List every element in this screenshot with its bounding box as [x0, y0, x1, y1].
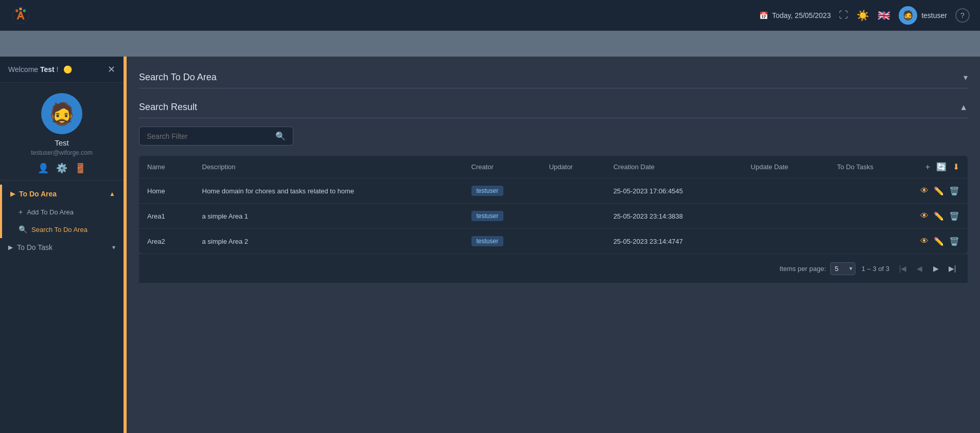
main-layout: Welcome Test ! 🟡 ✕ 🧔 Test testuser@wifor…: [0, 57, 980, 433]
items-per-page: Items per page: 5 10 25 50: [779, 262, 855, 275]
profile-logout-icon[interactable]: 🚪: [75, 163, 86, 174]
table-row: Area1 a simple Area 1 testuser 25-05-202…: [139, 204, 968, 229]
yellow-accent-strip: [124, 57, 127, 433]
cell-updator: [541, 229, 605, 254]
delete-button[interactable]: 🗑️: [949, 237, 959, 246]
profile-email: testuser@wiforge.com: [31, 149, 93, 156]
view-button[interactable]: 👁: [920, 211, 929, 221]
cell-update-date: [743, 229, 829, 254]
pagination-bar: Items per page: 5 10 25 50 1 – 3 of 3: [139, 254, 968, 283]
edit-button[interactable]: ✏️: [934, 211, 944, 221]
nav-todo-area-parent[interactable]: ▶ To Do Area ▲: [2, 185, 124, 203]
user-avatar-top: 🧔: [899, 6, 917, 25]
cell-creation-date: 25-05-2023 17:06:4545: [605, 178, 743, 204]
svg-point-3: [23, 9, 26, 12]
svg-point-4: [19, 7, 22, 10]
table-row: Home Home domain for chores and tasks re…: [139, 178, 968, 204]
cell-creator: testuser: [463, 178, 541, 204]
delete-button[interactable]: 🗑️: [949, 211, 959, 221]
per-page-wrapper: 5 10 25 50: [830, 262, 855, 275]
result-section-collapse-btn[interactable]: ▲: [959, 103, 968, 112]
profile-settings-icon[interactable]: ⚙️: [56, 163, 67, 174]
secondary-bar: [0, 31, 980, 57]
todo-area-table: Name Description Creator Updator Creatio…: [139, 156, 968, 254]
cell-name: Area2: [139, 229, 194, 254]
page-next-button[interactable]: ▶: [929, 261, 943, 276]
cell-updator: [541, 178, 605, 204]
avatar: 🧔: [41, 93, 82, 134]
cell-name: Home: [139, 178, 194, 204]
cell-actions: 👁 ✏️ 🗑️: [829, 178, 968, 204]
theme-icon[interactable]: ☀️: [856, 9, 869, 22]
search-filter-icon[interactable]: 🔍: [275, 131, 286, 141]
cell-description: Home domain for chores and tasks related…: [194, 178, 463, 204]
col-todo-tasks: To Do Tasks + 🔄 ⬇: [829, 156, 968, 178]
sidebar-close-button[interactable]: ✕: [108, 64, 115, 75]
view-button[interactable]: 👁: [920, 186, 929, 195]
per-page-select[interactable]: 5 10 25 50: [830, 262, 855, 275]
result-section-header: Search Result ▲: [139, 97, 968, 118]
col-name: Name: [139, 156, 194, 178]
table-row: Area2 a simple Area 2 testuser 25-05-202…: [139, 229, 968, 254]
search-section-header: Search To Do Area ▾: [139, 67, 968, 88]
flag-icon[interactable]: 🇬🇧: [878, 9, 890, 22]
cell-creation-date: 25-05-2023 23:14:4747: [605, 229, 743, 254]
table-header: Name Description Creator Updator Creatio…: [139, 156, 968, 178]
creator-badge: testuser: [471, 236, 504, 246]
sidebar-item-add-todo[interactable]: + Add To Do Area: [2, 203, 124, 221]
search-todo-label: Search To Do Area: [31, 226, 87, 233]
chevron-up-icon: ▲: [109, 190, 115, 197]
cell-creator: testuser: [463, 204, 541, 229]
table-body: Home Home domain for chores and tasks re…: [139, 178, 968, 254]
col-creator: Creator: [463, 156, 541, 178]
cell-actions: 👁 ✏️ 🗑️: [829, 204, 968, 229]
profile-account-icon[interactable]: 👤: [38, 163, 49, 174]
fullscreen-icon[interactable]: ⛶: [839, 10, 848, 21]
cell-updator: [541, 204, 605, 229]
top-bar-right: 📅 Today, 25/05/2023 ⛶ ☀️ 🇬🇧 🧔 testuser ?: [759, 6, 970, 25]
help-button[interactable]: ?: [955, 8, 970, 23]
date-text: Today, 25/05/2023: [772, 11, 831, 20]
creator-badge: testuser: [471, 186, 504, 196]
cell-update-date: [743, 204, 829, 229]
sidebar: Welcome Test ! 🟡 ✕ 🧔 Test testuser@wifor…: [0, 57, 124, 433]
header-row: Name Description Creator Updator Creatio…: [139, 156, 968, 178]
nav-todo-task-label: To Do Task: [17, 243, 52, 251]
nav-todo-task-parent[interactable]: ▶ To Do Task ▾: [0, 238, 124, 257]
sidebar-item-search-todo[interactable]: 🔍 Search To Do Area: [2, 221, 124, 238]
date-display: 📅 Today, 25/05/2023: [759, 11, 831, 20]
chevron-right-icon: ▶: [10, 190, 15, 197]
edit-button[interactable]: ✏️: [934, 237, 944, 246]
sidebar-welcome: Welcome Test ! 🟡: [8, 65, 72, 74]
delete-button[interactable]: 🗑️: [949, 186, 959, 196]
cell-description: a simple Area 1: [194, 204, 463, 229]
chevron-right-icon-task: ▶: [8, 244, 13, 251]
sidebar-header: Welcome Test ! 🟡 ✕: [0, 57, 124, 83]
table-header-actions: + 🔄 ⬇: [925, 162, 959, 172]
plus-icon: +: [19, 208, 23, 216]
cell-creator: testuser: [463, 229, 541, 254]
table-refresh-icon[interactable]: 🔄: [936, 162, 947, 172]
table-add-icon[interactable]: +: [925, 163, 930, 172]
calendar-icon: 📅: [759, 11, 768, 20]
col-updator: Updator: [541, 156, 605, 178]
search-section-collapse-btn[interactable]: ▾: [964, 73, 968, 82]
emoji-icon: 🟡: [63, 65, 72, 74]
items-per-page-label: Items per page:: [779, 265, 826, 273]
edit-button[interactable]: ✏️: [934, 186, 944, 196]
creator-badge: testuser: [471, 211, 504, 221]
table-download-icon[interactable]: ⬇: [953, 162, 959, 172]
page-last-button[interactable]: ▶|: [945, 261, 959, 276]
cell-creation-date: 25-05-2023 23:14:3838: [605, 204, 743, 229]
col-description: Description: [194, 156, 463, 178]
pagination-nav: |◀ ◀ ▶ ▶|: [896, 261, 959, 276]
page-first-button[interactable]: |◀: [896, 261, 910, 276]
search-filter-input[interactable]: [147, 132, 275, 140]
add-todo-label: Add To Do Area: [27, 208, 74, 216]
view-button[interactable]: 👁: [920, 237, 929, 246]
user-menu[interactable]: 🧔 testuser: [899, 6, 947, 25]
cell-actions: 👁 ✏️ 🗑️: [829, 229, 968, 254]
search-icon: 🔍: [19, 225, 27, 233]
page-prev-button[interactable]: ◀: [912, 261, 926, 276]
content-wrapper: Search To Do Area ▾ Search Result ▲ 🔍: [124, 57, 980, 433]
